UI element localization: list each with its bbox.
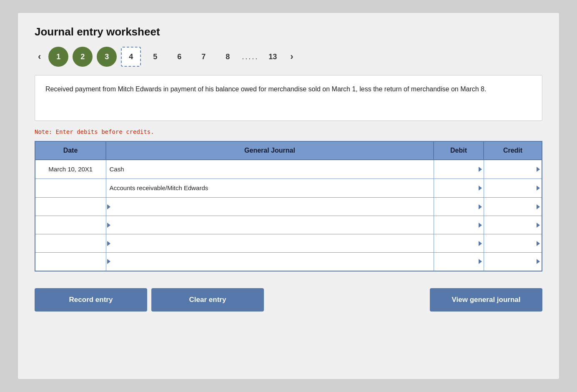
cell-date-2 <box>35 179 106 198</box>
cell-credit-2[interactable] <box>484 179 542 198</box>
cell-journal-2[interactable]: Accounts receivable/Mitch Edwards <box>106 179 434 198</box>
pagination: ‹ 1 2 3 4 5 6 7 8 ..... 13 › <box>35 47 542 67</box>
next-arrow[interactable]: › <box>287 51 296 62</box>
cell-debit-3[interactable] <box>434 198 484 216</box>
cell-debit-2[interactable] <box>434 179 484 198</box>
cell-credit-6[interactable] <box>484 253 542 271</box>
header-credit: Credit <box>484 141 542 160</box>
journal-table: Date General Journal Debit Credit March … <box>35 141 542 271</box>
worksheet-container: Journal entry worksheet ‹ 1 2 3 4 5 6 7 … <box>18 13 559 379</box>
header-debit: Debit <box>434 141 484 160</box>
cell-credit-4[interactable] <box>484 216 542 234</box>
page-item-7[interactable]: 7 <box>193 47 213 67</box>
page-item-1[interactable]: 1 <box>48 47 68 67</box>
page-item-2[interactable]: 2 <box>73 47 93 67</box>
cell-debit-4[interactable] <box>434 216 484 234</box>
cell-date-1: March 10, 20X1 <box>35 160 106 179</box>
table-row <box>35 253 542 271</box>
cell-date-3 <box>35 198 106 216</box>
page-item-5[interactable]: 5 <box>145 47 165 67</box>
record-entry-button[interactable]: Record entry <box>35 288 147 312</box>
cell-credit-1[interactable] <box>484 160 542 179</box>
header-journal: General Journal <box>106 141 434 160</box>
header-date: Date <box>35 141 106 160</box>
table-row: Accounts receivable/Mitch Edwards <box>35 179 542 198</box>
cell-journal-3[interactable] <box>106 198 434 216</box>
cell-journal-6[interactable] <box>106 253 434 271</box>
buttons-row: Record entry Clear entry View general jo… <box>35 288 542 312</box>
cell-credit-5[interactable] <box>484 234 542 253</box>
clear-entry-button[interactable]: Clear entry <box>151 288 264 312</box>
cell-journal-5[interactable] <box>106 234 434 253</box>
cell-debit-1[interactable] <box>434 160 484 179</box>
cell-credit-3[interactable] <box>484 198 542 216</box>
cell-date-5 <box>35 234 106 253</box>
page-item-4[interactable]: 4 <box>121 47 141 67</box>
table-row <box>35 234 542 253</box>
cell-debit-6[interactable] <box>434 253 484 271</box>
description-box: Received payment from Mitch Edwards in p… <box>35 75 542 121</box>
view-journal-button[interactable]: View general journal <box>430 288 542 312</box>
note-text: Note: Enter debits before credits. <box>35 128 542 135</box>
cell-journal-1[interactable]: Cash <box>106 160 434 179</box>
prev-arrow[interactable]: ‹ <box>35 51 44 62</box>
page-item-6[interactable]: 6 <box>169 47 189 67</box>
cell-debit-5[interactable] <box>434 234 484 253</box>
page-item-8[interactable]: 8 <box>218 47 238 67</box>
page-item-3[interactable]: 3 <box>97 47 117 67</box>
cell-date-6 <box>35 253 106 271</box>
description-text: Received payment from Mitch Edwards in p… <box>45 85 486 93</box>
table-row <box>35 216 542 234</box>
cell-date-4 <box>35 216 106 234</box>
page-item-13[interactable]: 13 <box>263 47 283 67</box>
cell-journal-4[interactable] <box>106 216 434 234</box>
page-ellipsis: ..... <box>242 53 258 61</box>
table-row: March 10, 20X1 Cash <box>35 160 542 179</box>
table-row <box>35 198 542 216</box>
page-title: Journal entry worksheet <box>35 25 542 38</box>
